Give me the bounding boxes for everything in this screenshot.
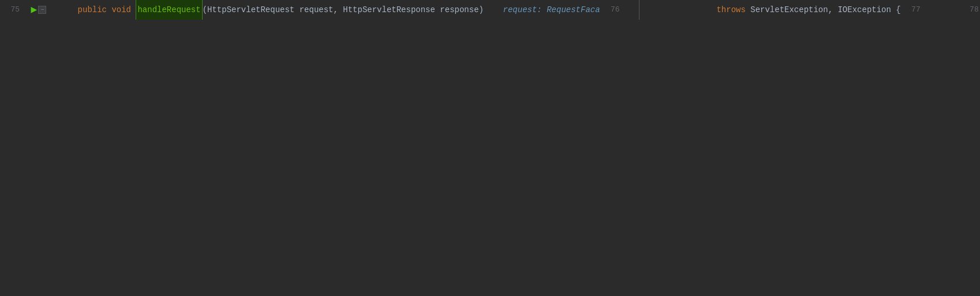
code-token: ServletException, IOException { <box>746 0 901 20</box>
code-line-row: 77 <box>901 0 959 20</box>
code-content: public void handleRequest(HttpServletReq… <box>54 0 600 20</box>
code-line-row: 75▶− public void handleRequest(HttpServl… <box>0 0 600 20</box>
line-number: 78 <box>959 0 980 20</box>
green-arrow-icon: ▶ <box>31 5 38 15</box>
code-token: handleRequest <box>136 0 202 20</box>
code-token: request: RequestFaca <box>503 0 600 20</box>
code-token <box>659 0 717 20</box>
code-content: throws ServletException, IOException { <box>654 0 901 20</box>
code-editor: 75▶− public void handleRequest(HttpServl… <box>0 0 980 296</box>
code-token: ( <box>203 0 207 20</box>
fold-line <box>639 0 639 20</box>
gutter-icons <box>926 0 953 20</box>
code-token: request, <box>294 0 343 20</box>
code-content <box>955 0 959 20</box>
code-token: throws <box>716 0 745 20</box>
gutter-icons <box>626 0 652 20</box>
line-number: 76 <box>600 0 626 20</box>
code-token: HttpServletRequest <box>207 0 294 20</box>
line-number: 77 <box>901 0 926 20</box>
fold-open-icon[interactable]: − <box>38 6 46 14</box>
code-token: HttpServletResponse <box>343 0 435 20</box>
code-line-row: 78− try { <box>959 0 980 20</box>
gutter-icons: ▶− <box>25 0 52 20</box>
code-token: response) <box>435 0 503 20</box>
code-token: public void <box>58 0 136 20</box>
code-line-row: 76 throws ServletException, IOException … <box>600 0 901 20</box>
line-number: 75 <box>0 0 25 20</box>
